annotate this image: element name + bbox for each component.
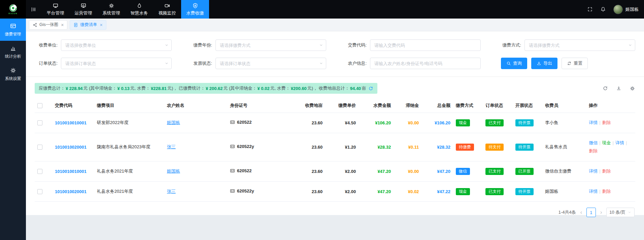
top-menu-item-2[interactable]: 运营管理 <box>69 0 97 19</box>
top-menu-item-6[interactable]: 水费收缴 <box>181 0 209 19</box>
order-status-badge: 待支付 <box>485 144 504 151</box>
row-action-link[interactable]: 现金 <box>602 140 611 145</box>
app-logo[interactable]: RIEON <box>0 0 26 19</box>
sidebar-item-2[interactable]: 统计分析 <box>0 41 26 63</box>
tab-close-icon[interactable]: × <box>100 23 102 27</box>
top-menu-item-3[interactable]: 系统管理 <box>97 0 125 19</box>
row-checkbox[interactable] <box>37 120 42 125</box>
filter-select[interactable] <box>215 58 326 69</box>
filter-select[interactable] <box>215 39 326 51</box>
filter-select[interactable] <box>524 39 635 51</box>
search-button[interactable]: 查询 <box>501 58 527 69</box>
sidebar-item-3[interactable]: 系统设置 <box>0 63 26 85</box>
refresh-icon[interactable] <box>603 86 608 91</box>
next-page-button[interactable]: › <box>599 209 603 215</box>
summary-amount: ¥ 0.13 <box>117 86 130 91</box>
action-separator: | <box>626 140 627 145</box>
row-action-link[interactable]: 删除 <box>602 169 611 174</box>
row-action-link[interactable]: 详情 <box>615 140 624 145</box>
filter-label: 收费单位: <box>35 42 58 48</box>
logo-icon <box>9 4 17 12</box>
tab-1[interactable]: Gis一张图× <box>29 20 67 30</box>
page-number-button[interactable]: 1 <box>586 208 596 217</box>
filter-buttons: 查询导出重置 <box>498 58 635 69</box>
fullscreen-icon[interactable] <box>587 6 593 12</box>
filter-control <box>215 39 326 51</box>
id-card-icon <box>230 144 235 149</box>
late-fee-cell: ¥0.00 <box>394 161 421 182</box>
top-menu-item-1[interactable]: 平台管理 <box>41 0 69 19</box>
chevron-down-icon <box>164 61 169 66</box>
sidebar-item-label: 系统设置 <box>5 76 21 82</box>
pay-code-link[interactable]: 1010010010001 <box>55 120 87 125</box>
column-header-6: 缴费单价 <box>325 98 359 113</box>
operation-icon <box>80 3 87 9</box>
filter-select[interactable] <box>61 39 172 51</box>
settings-gear-icon[interactable] <box>630 86 635 91</box>
row-checkbox[interactable] <box>37 189 42 194</box>
column-header-3: 农户姓名 <box>164 98 227 113</box>
water-fee-cell: ¥47.20 <box>359 161 394 182</box>
avatar <box>613 5 623 14</box>
pay-code-link[interactable]: 1010010020001 <box>55 189 87 194</box>
video-icon <box>164 3 170 9</box>
summary-text: 应缴费总计： <box>39 85 65 91</box>
row-action-link[interactable]: 微信 <box>589 140 598 145</box>
summary-amount: ¥228.81 <box>151 86 167 91</box>
farmer-name-link[interactable]: 张三 <box>167 144 176 149</box>
row-action-link[interactable]: 详情 <box>589 120 598 125</box>
project-cell: 礼县水务2021年度 <box>94 161 164 182</box>
filter-control <box>61 39 172 51</box>
search-icon <box>506 61 511 66</box>
water-fee-cell: ¥106.20 <box>359 113 394 133</box>
sidebar-item-1[interactable]: 缴费管理 <box>0 19 26 41</box>
summary-refresh-icon[interactable] <box>368 86 373 91</box>
row-checkbox[interactable] <box>37 169 42 174</box>
farmer-name-link[interactable]: 姬国栋 <box>167 169 180 174</box>
sidebar-collapse-button[interactable] <box>26 0 41 19</box>
order-status-badge: 已支付 <box>485 168 504 175</box>
filter-input[interactable] <box>370 39 481 51</box>
filter-input[interactable] <box>370 58 481 69</box>
filter-select[interactable] <box>61 58 172 69</box>
farmer-name-link[interactable]: 姬国栋 <box>167 120 180 125</box>
summary-text: 元 (其中滞纳金： <box>224 85 257 91</box>
column-header-8: 滞纳金 <box>394 98 421 113</box>
row-checkbox[interactable] <box>37 145 42 150</box>
user-menu[interactable]: 姬国栋 <box>613 5 639 14</box>
column-header-11: 订单状态 <box>483 98 512 113</box>
id-number-cell: 620522 <box>230 168 251 173</box>
select-all-checkbox[interactable] <box>37 103 42 108</box>
row-action-link[interactable]: 删除 <box>602 120 611 125</box>
filter-control <box>215 58 326 69</box>
page-size-select[interactable]: 10 条/页 <box>606 208 635 217</box>
farmer-name-link[interactable]: 张三 <box>167 189 176 194</box>
tab-close-icon[interactable]: × <box>61 23 64 27</box>
row-action-link[interactable]: 删除 <box>602 189 611 194</box>
collector-cell: 礼县售水员 <box>542 133 586 161</box>
unit-price-cell: ¥2.00 <box>325 181 359 202</box>
top-menu-item-4[interactable]: 智慧水务 <box>125 0 153 19</box>
column-header-12: 开票状态 <box>513 98 542 113</box>
tab-bar: Gis一张图×缴费清单× <box>26 19 644 31</box>
top-menu-item-5[interactable]: 视频监控 <box>153 0 181 19</box>
row-action-link[interactable]: 删除 <box>589 148 598 153</box>
pay-code-link[interactable]: 1010010020001 <box>55 145 87 150</box>
content-panel: 收费单位:缴费年份:交费代码:缴费方式:订单状态:发票状态:农户信息:查询导出重… <box>26 31 644 215</box>
reset-button[interactable]: 重置 <box>562 58 588 69</box>
table-row: 1010010010001礼县水务2021年度姬国栋62052223.60¥2.… <box>35 161 635 182</box>
row-action-link[interactable]: 详情 <box>589 189 598 194</box>
chevron-down-icon <box>164 43 169 48</box>
row-action-link[interactable]: 详情 <box>589 169 598 174</box>
filter-control <box>370 39 481 51</box>
total-cell: ¥28.32 <box>421 133 453 161</box>
export-button[interactable]: 导出 <box>531 58 557 69</box>
notifications-bell-icon[interactable] <box>600 6 606 12</box>
prev-page-button[interactable]: ‹ <box>579 209 583 215</box>
invoice-status-badge: 待开票 <box>515 144 534 151</box>
pay-code-link[interactable]: 1010010010001 <box>55 169 87 174</box>
tab-2[interactable]: 缴费清单× <box>70 20 106 30</box>
water-fee-cell: ¥28.32 <box>359 133 394 161</box>
export-column-icon[interactable] <box>616 86 621 91</box>
action-separator: | <box>599 189 600 194</box>
